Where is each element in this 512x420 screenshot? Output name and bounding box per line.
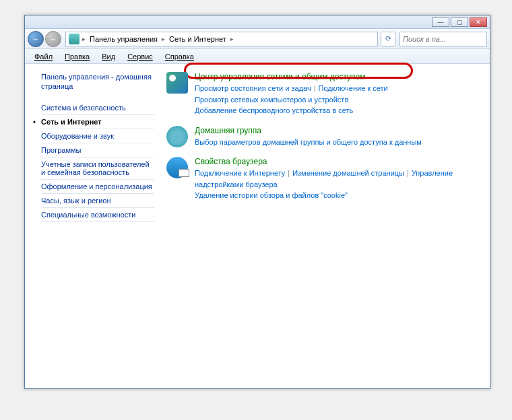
crumb-arrow-icon[interactable]: ▸	[81, 36, 87, 42]
separator: |	[285, 169, 292, 177]
category-body: Домашняя группаВыбор параметров домашней…	[195, 126, 483, 148]
category-sublink[interactable]: Подключение к Интернету	[195, 169, 285, 177]
category-sublink[interactable]: Просмотр сетевых компьютеров и устройств	[195, 96, 348, 104]
category-block: Свойства браузераПодключение к Интернету…	[166, 157, 483, 201]
sidebar-item[interactable]: Оборудование и звук	[41, 129, 154, 143]
titlebar: — ▢ ✕	[25, 15, 490, 29]
crumb-arrow-icon[interactable]: ▸	[160, 36, 166, 42]
address-bar[interactable]: ▸ Панель управления ▸ Сеть и Интернет ▸	[65, 32, 378, 46]
close-button[interactable]: ✕	[470, 18, 487, 27]
category-block: Центр управления сетями и общим доступом…	[166, 72, 483, 116]
menubar: Файл Правка Вид Сервис Справка	[25, 49, 490, 64]
menu-view[interactable]: Вид	[96, 51, 121, 62]
category-sublinks: Просмотр состояния сети и задач|Подключе…	[195, 83, 483, 116]
sidebar-item[interactable]: Оформление и персонализация	[41, 180, 154, 194]
search-input[interactable]	[400, 35, 486, 43]
separator: |	[404, 169, 412, 177]
sidebar-item[interactable]: Специальные возможности	[41, 208, 154, 222]
category-title-link[interactable]: Центр управления сетями и общим доступом	[195, 72, 483, 81]
sidebar-item-current[interactable]: Сеть и Интернет	[41, 115, 154, 129]
category-sublink[interactable]: Подключение к сети	[319, 84, 388, 92]
category-title-link[interactable]: Свойства браузера	[195, 157, 483, 166]
category-title-link[interactable]: Домашняя группа	[195, 126, 483, 135]
back-button[interactable]: ←	[28, 31, 44, 47]
breadcrumb-item[interactable]: Панель управления	[87, 35, 160, 43]
maximize-button[interactable]: ▢	[451, 18, 468, 27]
content-pane: Центр управления сетями и общим доступом…	[160, 64, 490, 388]
nav-toolbar: ← → ▸ Панель управления ▸ Сеть и Интерне…	[25, 29, 490, 49]
crumb-arrow-icon[interactable]: ▸	[229, 36, 235, 42]
sidebar-list: Система и безопасностьСеть и ИнтернетОбо…	[41, 101, 154, 222]
category-sublink[interactable]: Выбор параметров домашней группы и общег…	[195, 138, 422, 146]
breadcrumb-item[interactable]: Сеть и Интернет	[166, 35, 229, 43]
minimize-button[interactable]: —	[432, 18, 449, 27]
sidebar-item[interactable]: Часы, язык и регион	[41, 194, 154, 208]
separator: |	[311, 84, 319, 92]
menu-edit[interactable]: Правка	[59, 51, 95, 62]
control-panel-icon	[69, 34, 79, 44]
category-sublink[interactable]: Удаление истории обзора и файлов "cookie…	[195, 191, 348, 199]
menu-tools[interactable]: Сервис	[122, 51, 158, 62]
sidebar: Панель управления - домашняя страница Си…	[25, 64, 160, 388]
category-sublink[interactable]: Добавление беспроводного устройства в се…	[195, 106, 353, 114]
sidebar-item[interactable]: Учетные записи пользователей и семейная …	[41, 158, 154, 180]
window-body: Панель управления - домашняя страница Си…	[25, 64, 490, 388]
network-sharing-icon	[166, 72, 188, 94]
menu-file[interactable]: Файл	[29, 51, 58, 62]
category-sublinks: Выбор параметров домашней группы и общег…	[195, 137, 483, 148]
refresh-button[interactable]: ⟳	[381, 32, 395, 46]
category-sublink[interactable]: Просмотр состояния сети и задач	[195, 84, 311, 92]
menu-help[interactable]: Справка	[160, 51, 199, 62]
search-box[interactable]	[399, 32, 487, 46]
category-body: Центр управления сетями и общим доступом…	[195, 72, 483, 116]
forward-button[interactable]: →	[45, 31, 61, 47]
category-body: Свойства браузераПодключение к Интернету…	[195, 157, 483, 201]
category-block: Домашняя группаВыбор параметров домашней…	[166, 126, 483, 148]
control-panel-window: — ▢ ✕ ← → ▸ Панель управления ▸ Сеть и И…	[24, 15, 490, 389]
sidebar-item[interactable]: Система и безопасность	[41, 101, 154, 115]
browser-props-icon	[166, 157, 188, 178]
sidebar-home-link[interactable]: Панель управления - домашняя страница	[41, 72, 154, 92]
category-sublink[interactable]: Изменение домашней страницы	[292, 169, 404, 177]
homegroup-icon	[166, 126, 188, 147]
category-sublinks: Подключение к Интернету|Изменение домашн…	[195, 168, 483, 201]
sidebar-item[interactable]: Программы	[41, 143, 154, 158]
